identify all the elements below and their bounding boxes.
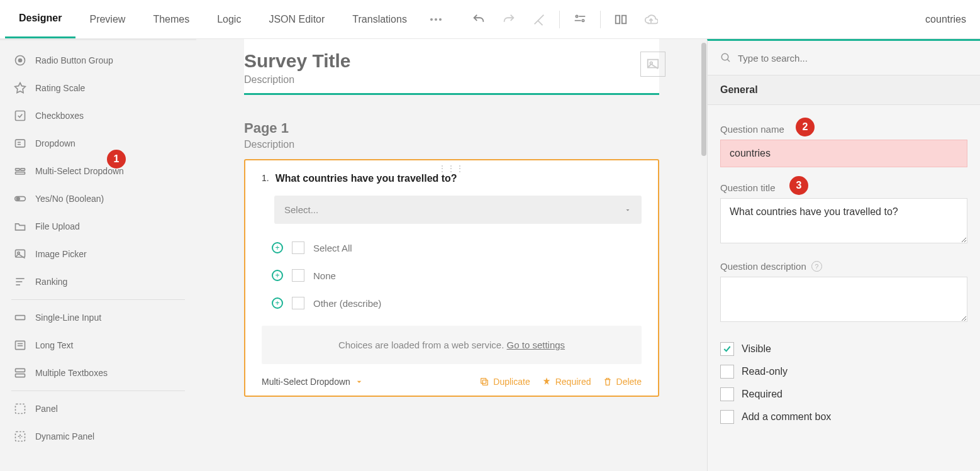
add-icon[interactable]: +: [272, 297, 283, 309]
toolbox-item-longtext[interactable]: Long Text: [0, 331, 196, 359]
tab-json-editor[interactable]: JSON Editor: [255, 0, 338, 38]
question-number: 1.: [262, 173, 269, 184]
svg-point-2: [439, 18, 442, 21]
tab-themes[interactable]: Themes: [139, 0, 203, 38]
toolbox-item-multipletext[interactable]: Multiple Textboxes: [0, 359, 196, 387]
toolbox-item-panel[interactable]: Panel: [0, 395, 196, 423]
svg-point-17: [16, 197, 19, 201]
survey-header[interactable]: Survey Title Description: [244, 39, 659, 95]
more-tabs-button[interactable]: [421, 4, 451, 35]
delete-button[interactable]: Delete: [603, 377, 642, 387]
web-service-notice: Choices are loaded from a web service. G…: [262, 326, 642, 364]
select-dropdown[interactable]: Select...: [274, 196, 642, 224]
toolbox-label: Rating Scale: [35, 83, 85, 93]
checkbox-icon[interactable]: [720, 387, 734, 401]
toolbox-item-radio[interactable]: Radio Button Group: [0, 47, 196, 74]
svg-line-38: [727, 59, 730, 62]
canvas-scrollbar[interactable]: [701, 39, 707, 471]
svg-point-5: [582, 19, 584, 21]
add-icon[interactable]: +: [272, 242, 283, 253]
annotation-2: 2: [796, 118, 815, 136]
toolbox-label: Ranking: [35, 277, 67, 287]
checkbox-placeholder: [292, 241, 304, 254]
tab-designer[interactable]: Designer: [5, 0, 75, 38]
choice-other[interactable]: +Other (describe): [262, 289, 642, 317]
search-input[interactable]: [738, 53, 967, 64]
checkbox-label: Visible: [742, 343, 771, 355]
toolbox-item-dropdown[interactable]: Dropdown: [0, 130, 196, 157]
top-toolbar: Designer Preview Themes Logic JSON Edito…: [0, 0, 980, 39]
page-block[interactable]: Page 1 Description ⋮⋮⋮ 1. What countries…: [244, 120, 659, 397]
duplicate-button[interactable]: Duplicate: [479, 377, 530, 387]
toolbox-item-ranking[interactable]: Ranking: [0, 268, 196, 296]
go-to-settings-link[interactable]: Go to settings: [507, 340, 565, 350]
checkbox-icon[interactable]: [720, 342, 734, 356]
settings-toggle-button[interactable]: [565, 4, 595, 35]
cloud-upload-button[interactable]: [636, 4, 666, 35]
tab-logic[interactable]: Logic: [203, 0, 255, 38]
checkbox-icon[interactable]: [720, 365, 734, 379]
property-search[interactable]: [708, 41, 980, 75]
visible-checkbox-row[interactable]: Visible: [720, 342, 967, 356]
chevron-down-icon: [354, 377, 364, 387]
toolbox-item-imagepicker[interactable]: Image Picker: [0, 240, 196, 268]
toolbox-item-rating[interactable]: Rating Scale: [0, 74, 196, 102]
question-desc-label: Question description: [720, 261, 806, 272]
question-desc-input[interactable]: [720, 277, 967, 322]
question-card-selected[interactable]: ⋮⋮⋮ 1. What countries have you travelled…: [244, 159, 659, 397]
question-title-label: Question title: [720, 182, 776, 193]
toolbox-label: Panel: [35, 404, 58, 414]
svg-rect-14: [21, 169, 25, 170]
toolbox-label: Long Text: [35, 340, 73, 350]
survey-desc-placeholder[interactable]: Description: [244, 74, 659, 86]
svg-point-8: [19, 59, 22, 62]
question-title-text[interactable]: What countries have you travelled to?: [276, 173, 457, 184]
toolbox-label: File Upload: [35, 221, 80, 231]
svg-rect-30: [16, 432, 25, 441]
choice-none[interactable]: +None: [262, 262, 642, 289]
drag-handle-icon[interactable]: ⋮⋮⋮: [438, 164, 465, 173]
tab-translations[interactable]: Translations: [338, 0, 421, 38]
undo-button[interactable]: [464, 4, 494, 35]
required-checkbox-row[interactable]: Required: [720, 387, 967, 401]
toolbox-item-boolean[interactable]: Yes/No (Boolean): [0, 185, 196, 213]
tab-preview[interactable]: Preview: [75, 0, 139, 38]
page-title[interactable]: Page 1: [244, 120, 659, 136]
panel-section-general[interactable]: General: [708, 75, 980, 105]
choice-label: Other (describe): [313, 298, 381, 309]
add-icon[interactable]: +: [272, 270, 283, 281]
question-type-dropdown[interactable]: Multi-Select Dropdown: [262, 377, 364, 387]
survey-logo-placeholder[interactable]: [640, 52, 665, 77]
checkbox-label: Required: [742, 389, 782, 400]
preview-book-button[interactable]: [606, 4, 636, 35]
redo-button[interactable]: [494, 4, 524, 35]
question-footer: Multi-Select Dropdown Duplicate Required…: [262, 370, 642, 387]
toolbox-item-dynamicpanel[interactable]: Dynamic Panel: [0, 423, 196, 450]
svg-point-0: [430, 18, 433, 21]
survey-title-placeholder[interactable]: Survey Title: [244, 50, 659, 72]
svg-rect-36: [481, 379, 486, 384]
clear-button[interactable]: [524, 4, 554, 35]
required-button[interactable]: Required: [542, 377, 591, 387]
svg-point-1: [435, 18, 437, 21]
choice-label: Select All: [313, 243, 352, 253]
toolbox-item-checkboxes[interactable]: Checkboxes: [0, 102, 196, 130]
select-placeholder: Select...: [284, 204, 318, 215]
toolbox-item-singleline[interactable]: Single-Line Input: [0, 304, 196, 331]
svg-rect-13: [16, 169, 20, 170]
question-name-input[interactable]: [720, 140, 967, 167]
question-title-input[interactable]: [720, 198, 967, 243]
info-icon[interactable]: ?: [811, 261, 822, 272]
main-tabs: Designer Preview Themes Logic JSON Edito…: [5, 0, 451, 38]
checkbox-icon[interactable]: [720, 410, 734, 424]
toolbox-item-file[interactable]: File Upload: [0, 213, 196, 240]
property-panel: General Question name 2 Question title 3…: [707, 39, 980, 471]
readonly-checkbox-row[interactable]: Read-only: [720, 365, 967, 379]
choice-selectall[interactable]: +Select All: [262, 234, 642, 262]
survey-name-label: countries: [925, 14, 975, 25]
toolbox-item-multiselect[interactable]: Multi-Select Dropdown 1: [0, 157, 196, 185]
toolbox-label: Radio Button Group: [35, 55, 113, 65]
toolbox-label: Dropdown: [35, 138, 75, 148]
commentbox-checkbox-row[interactable]: Add a comment box: [720, 410, 967, 424]
page-desc[interactable]: Description: [244, 139, 659, 150]
